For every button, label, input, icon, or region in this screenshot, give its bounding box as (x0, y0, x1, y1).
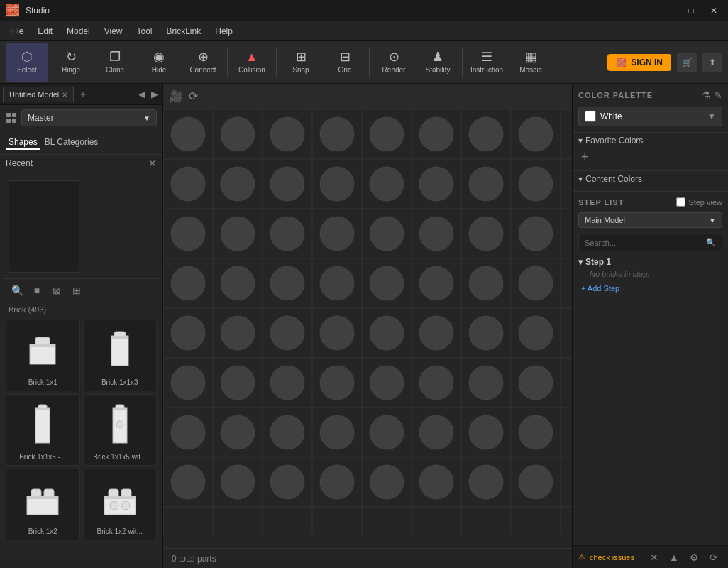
add-step-button[interactable]: + Add Step (578, 284, 722, 293)
palette-actions: ⚗ ✎ (702, 89, 722, 101)
palette-edit-button[interactable]: ✎ (714, 89, 722, 101)
cart-button[interactable]: 🛒 (677, 53, 697, 72)
menu-tool[interactable]: Tool (130, 23, 160, 39)
tool-connect[interactable]: ⊕ Connect (182, 43, 224, 82)
connect-icon: ⊕ (198, 50, 209, 63)
svg-point-94 (469, 366, 503, 400)
fav-header[interactable]: ▾ Favorite Colors (578, 136, 722, 146)
close-tab-icon[interactable]: ✕ (62, 91, 67, 99)
bottom-action-3[interactable]: ⚙ (685, 549, 702, 566)
step-search-input[interactable] (585, 239, 703, 247)
camera-button[interactable]: 🎥 (169, 89, 183, 103)
menu-help[interactable]: Help (208, 23, 240, 39)
select-icon: ⬡ (21, 50, 33, 63)
minimize-button[interactable]: – (660, 2, 677, 19)
collision-icon: ▲ (246, 50, 258, 63)
tab-next-button[interactable]: ▶ (150, 87, 160, 101)
bottom-action-4[interactable]: ⟳ (705, 549, 722, 566)
add-color-button[interactable]: + (578, 150, 589, 164)
tool-hinge[interactable]: ↻ Hinge (50, 43, 92, 82)
upload-button[interactable]: ⬆ (702, 53, 722, 72)
tab-untitled-model[interactable]: Untitled Model ✕ (3, 87, 74, 102)
step-name: ▾ Step 1 (578, 257, 722, 267)
svg-point-100 (370, 415, 404, 449)
bottom-action-2[interactable]: ▲ (666, 549, 683, 566)
menu-bricklink[interactable]: BrickLink (160, 23, 209, 39)
svg-point-82 (270, 316, 304, 350)
svg-point-62 (469, 167, 503, 201)
palette-filter-button[interactable]: ⚗ (702, 89, 711, 101)
tab-nav: ◀ ▶ (137, 87, 160, 101)
brick-1x2b-image (94, 474, 145, 525)
tool-select[interactable]: ⬡ Select (6, 43, 48, 82)
color-dropdown[interactable]: White ▼ (578, 106, 722, 126)
tool-render[interactable]: ⊙ Render (373, 43, 415, 82)
svg-point-77 (419, 266, 453, 300)
app-title: Studio (26, 6, 50, 16)
svg-point-58 (270, 167, 304, 201)
master-select[interactable]: Master ▼ (21, 109, 157, 126)
tool-snap[interactable]: ⊞ Snap (280, 43, 322, 82)
menu-view[interactable]: View (97, 23, 130, 39)
svg-rect-7 (111, 336, 128, 366)
step-view-label: Step view (688, 198, 722, 207)
tool-mosaic[interactable]: ▦ Mosaic (509, 43, 552, 82)
tab-shapes[interactable]: Shapes (6, 136, 40, 150)
menu-edit[interactable]: Edit (31, 23, 60, 39)
check-issues-button[interactable]: ⚠ check issues (578, 552, 640, 562)
list-item[interactable]: Brick 1x2 wit... (83, 469, 158, 540)
svg-point-110 (469, 465, 503, 499)
list-item[interactable]: Brick 1x2 (6, 469, 80, 540)
tab-bl-categories[interactable]: BL Categories (42, 136, 101, 150)
rotate-button[interactable]: ⟳ (189, 89, 198, 103)
menu-file[interactable]: File (3, 23, 31, 39)
content-label: Content Colors (585, 174, 642, 184)
master-label: Master (28, 113, 54, 123)
svg-point-71 (519, 217, 553, 251)
svg-point-55 (519, 117, 553, 151)
tab-label: Untitled Model (9, 90, 59, 99)
tool-hide[interactable]: ◉ Hide (138, 43, 180, 82)
clone-icon: ❐ (109, 50, 121, 63)
list-item[interactable]: Brick 1x1x5 -... (6, 394, 80, 466)
clear-recent-button[interactable]: ✕ (148, 158, 157, 169)
svg-point-50 (270, 117, 304, 151)
step-view-checkbox[interactable] (676, 197, 685, 207)
brick-area[interactable]: 🔍 ■ ⊠ ⊞ Brick (493) (0, 172, 162, 568)
list-view-button[interactable]: ■ (28, 282, 45, 299)
content-colors-section: ▾ Content Colors (573, 171, 728, 192)
bottom-action-1[interactable]: ✕ (646, 549, 663, 566)
viewport-canvas[interactable] (163, 109, 572, 548)
content-header[interactable]: ▾ Content Colors (578, 174, 722, 184)
model-select[interactable]: Main Model ▼ (578, 212, 722, 228)
tool-instruction[interactable]: ☰ Instruction (465, 43, 508, 82)
tab-prev-button[interactable]: ◀ (137, 87, 147, 101)
svg-point-108 (370, 465, 404, 499)
menu-model[interactable]: Model (60, 23, 97, 39)
close-button[interactable]: ✕ (705, 2, 722, 19)
color-name: White (600, 111, 622, 121)
tool-clone[interactable]: ❐ Clone (94, 43, 136, 82)
add-tab-button[interactable]: ＋ (75, 87, 91, 102)
list-item[interactable]: Brick 1x1 (6, 320, 80, 391)
svg-point-64 (171, 217, 205, 251)
tool-stability[interactable]: ♟ Stability (417, 43, 459, 82)
library-filter: Master ▼ (0, 105, 162, 131)
sign-in-button[interactable]: 🧱 SIGN IN (607, 54, 671, 71)
left-panel: Untitled Model ✕ ＋ ◀ ▶ Master ▼ Shapes B… (0, 84, 163, 568)
maximize-button[interactable]: □ (683, 2, 700, 19)
tool-collision[interactable]: ▲ Collision (231, 43, 273, 82)
tool-collision-label: Collision (238, 66, 265, 74)
svg-point-109 (419, 465, 453, 499)
svg-point-103 (519, 415, 553, 449)
bottom-bar: ⚠ check issues ✕ ▲ ⚙ ⟳ (573, 545, 728, 568)
search-lib-button[interactable]: 🔍 (9, 282, 26, 299)
detail-view-button[interactable]: ⊠ (48, 282, 65, 299)
grid-view-button[interactable]: ⊞ (68, 282, 85, 299)
brick-1x1-image (17, 324, 68, 376)
svg-point-91 (320, 366, 354, 400)
tool-grid[interactable]: ⊟ Grid (324, 43, 366, 82)
list-item[interactable]: Brick 1x1x5 wit... (83, 394, 158, 466)
list-item[interactable]: Brick 1x1x3 (83, 320, 158, 391)
menubar: File Edit Model View Tool BrickLink Help (0, 21, 728, 41)
